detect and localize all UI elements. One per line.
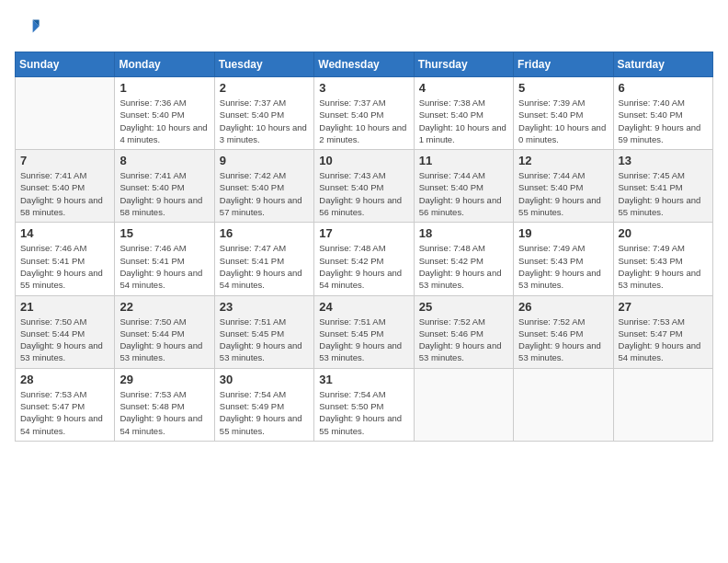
day-info: Sunrise: 7:53 AMSunset: 5:48 PMDaylight:… — [119, 388, 209, 437]
day-number: 17 — [319, 226, 408, 240]
logo — [15, 15, 44, 40]
calendar-cell: 1Sunrise: 7:36 AMSunset: 5:40 PMDaylight… — [115, 77, 214, 150]
day-number: 19 — [518, 226, 608, 240]
day-of-week-header: Thursday — [414, 52, 513, 77]
calendar-cell — [16, 77, 115, 150]
day-number: 10 — [319, 154, 408, 167]
calendar-cell: 8Sunrise: 7:41 AMSunset: 5:40 PMDaylight… — [115, 150, 214, 223]
calendar-cell: 30Sunrise: 7:54 AMSunset: 5:49 PMDayligh… — [214, 368, 313, 441]
day-info: Sunrise: 7:42 AMSunset: 5:40 PMDaylight:… — [220, 169, 309, 218]
day-number: 18 — [419, 226, 508, 240]
day-info: Sunrise: 7:41 AMSunset: 5:40 PMDaylight:… — [20, 169, 109, 218]
day-of-week-header: Saturday — [613, 52, 712, 77]
calendar-cell: 31Sunrise: 7:54 AMSunset: 5:50 PMDayligh… — [314, 368, 414, 441]
day-number: 24 — [319, 300, 408, 314]
day-number: 30 — [220, 373, 309, 386]
day-number: 28 — [20, 373, 109, 386]
calendar-cell — [414, 368, 513, 441]
calendar-cell: 5Sunrise: 7:39 AMSunset: 5:40 PMDaylight… — [514, 77, 613, 150]
day-info: Sunrise: 7:43 AMSunset: 5:40 PMDaylight:… — [319, 169, 408, 218]
calendar-cell: 17Sunrise: 7:48 AMSunset: 5:42 PMDayligh… — [314, 223, 414, 295]
day-info: Sunrise: 7:40 AMSunset: 5:40 PMDaylight:… — [619, 97, 708, 145]
calendar-cell: 10Sunrise: 7:43 AMSunset: 5:40 PMDayligh… — [314, 150, 414, 223]
day-number: 9 — [220, 154, 309, 167]
day-info: Sunrise: 7:49 AMSunset: 5:43 PMDaylight:… — [619, 242, 708, 291]
calendar-cell: 2Sunrise: 7:37 AMSunset: 5:40 PMDaylight… — [214, 77, 313, 150]
calendar-table: SundayMondayTuesdayWednesdayThursdayFrid… — [15, 52, 713, 442]
calendar-cell: 16Sunrise: 7:47 AMSunset: 5:41 PMDayligh… — [214, 223, 313, 295]
calendar-cell: 28Sunrise: 7:53 AMSunset: 5:47 PMDayligh… — [16, 368, 115, 441]
day-info: Sunrise: 7:47 AMSunset: 5:41 PMDaylight:… — [220, 242, 309, 291]
calendar-cell — [514, 368, 613, 441]
day-number: 23 — [220, 300, 309, 314]
calendar-cell: 7Sunrise: 7:41 AMSunset: 5:40 PMDaylight… — [16, 150, 115, 223]
day-number: 1 — [119, 81, 209, 95]
day-info: Sunrise: 7:51 AMSunset: 5:45 PMDaylight:… — [220, 316, 309, 364]
day-of-week-header: Wednesday — [314, 52, 414, 77]
day-of-week-header: Sunday — [16, 52, 115, 77]
day-number: 29 — [119, 373, 209, 386]
calendar-cell: 20Sunrise: 7:49 AMSunset: 5:43 PMDayligh… — [613, 223, 712, 295]
day-number: 3 — [319, 81, 408, 95]
calendar-cell: 4Sunrise: 7:38 AMSunset: 5:40 PMDaylight… — [414, 77, 513, 150]
calendar-week-row: 7Sunrise: 7:41 AMSunset: 5:40 PMDaylight… — [16, 150, 713, 223]
day-info: Sunrise: 7:53 AMSunset: 5:47 PMDaylight:… — [20, 388, 109, 437]
day-number: 27 — [619, 300, 708, 314]
day-info: Sunrise: 7:50 AMSunset: 5:44 PMDaylight:… — [119, 316, 209, 364]
day-info: Sunrise: 7:36 AMSunset: 5:40 PMDaylight:… — [119, 97, 209, 145]
calendar-cell: 27Sunrise: 7:53 AMSunset: 5:47 PMDayligh… — [613, 295, 712, 368]
day-number: 26 — [518, 300, 608, 314]
day-number: 7 — [20, 154, 109, 167]
day-number: 2 — [220, 81, 309, 95]
day-info: Sunrise: 7:52 AMSunset: 5:46 PMDaylight:… — [518, 316, 608, 364]
day-number: 31 — [319, 373, 408, 386]
day-info: Sunrise: 7:54 AMSunset: 5:49 PMDaylight:… — [220, 388, 309, 437]
calendar-cell: 13Sunrise: 7:45 AMSunset: 5:41 PMDayligh… — [613, 150, 712, 223]
page-header — [15, 15, 713, 40]
day-number: 22 — [119, 300, 209, 314]
calendar-cell: 11Sunrise: 7:44 AMSunset: 5:40 PMDayligh… — [414, 150, 513, 223]
day-info: Sunrise: 7:37 AMSunset: 5:40 PMDaylight:… — [220, 97, 309, 145]
calendar-week-row: 1Sunrise: 7:36 AMSunset: 5:40 PMDaylight… — [16, 77, 713, 150]
calendar-week-row: 28Sunrise: 7:53 AMSunset: 5:47 PMDayligh… — [16, 368, 713, 441]
day-number: 6 — [619, 81, 708, 95]
day-info: Sunrise: 7:41 AMSunset: 5:40 PMDaylight:… — [119, 169, 209, 218]
day-info: Sunrise: 7:51 AMSunset: 5:45 PMDaylight:… — [319, 316, 408, 364]
day-info: Sunrise: 7:38 AMSunset: 5:40 PMDaylight:… — [419, 97, 508, 145]
calendar-cell: 29Sunrise: 7:53 AMSunset: 5:48 PMDayligh… — [115, 368, 214, 441]
day-number: 20 — [619, 226, 708, 240]
logo-icon — [15, 15, 40, 40]
day-of-week-header: Friday — [514, 52, 613, 77]
calendar-week-row: 14Sunrise: 7:46 AMSunset: 5:41 PMDayligh… — [16, 223, 713, 295]
calendar-cell: 21Sunrise: 7:50 AMSunset: 5:44 PMDayligh… — [16, 295, 115, 368]
calendar-header-row: SundayMondayTuesdayWednesdayThursdayFrid… — [16, 52, 713, 77]
day-number: 5 — [518, 81, 608, 95]
day-info: Sunrise: 7:53 AMSunset: 5:47 PMDaylight:… — [619, 316, 708, 364]
day-number: 4 — [419, 81, 508, 95]
day-number: 25 — [419, 300, 508, 314]
day-number: 8 — [119, 154, 209, 167]
calendar-week-row: 21Sunrise: 7:50 AMSunset: 5:44 PMDayligh… — [16, 295, 713, 368]
calendar-cell: 15Sunrise: 7:46 AMSunset: 5:41 PMDayligh… — [115, 223, 214, 295]
day-number: 11 — [419, 154, 508, 167]
day-number: 12 — [518, 154, 608, 167]
day-info: Sunrise: 7:45 AMSunset: 5:41 PMDaylight:… — [619, 169, 708, 218]
calendar-cell — [613, 368, 712, 441]
day-of-week-header: Tuesday — [214, 52, 313, 77]
day-info: Sunrise: 7:49 AMSunset: 5:43 PMDaylight:… — [518, 242, 608, 291]
day-info: Sunrise: 7:44 AMSunset: 5:40 PMDaylight:… — [419, 169, 508, 218]
calendar-cell: 24Sunrise: 7:51 AMSunset: 5:45 PMDayligh… — [314, 295, 414, 368]
calendar-cell: 23Sunrise: 7:51 AMSunset: 5:45 PMDayligh… — [214, 295, 313, 368]
day-info: Sunrise: 7:50 AMSunset: 5:44 PMDaylight:… — [20, 316, 109, 364]
day-number: 13 — [619, 154, 708, 167]
calendar-cell: 6Sunrise: 7:40 AMSunset: 5:40 PMDaylight… — [613, 77, 712, 150]
day-info: Sunrise: 7:46 AMSunset: 5:41 PMDaylight:… — [20, 242, 109, 291]
calendar-cell: 18Sunrise: 7:48 AMSunset: 5:42 PMDayligh… — [414, 223, 513, 295]
calendar-cell: 12Sunrise: 7:44 AMSunset: 5:40 PMDayligh… — [514, 150, 613, 223]
calendar-cell: 3Sunrise: 7:37 AMSunset: 5:40 PMDaylight… — [314, 77, 414, 150]
day-info: Sunrise: 7:37 AMSunset: 5:40 PMDaylight:… — [319, 97, 408, 145]
day-info: Sunrise: 7:54 AMSunset: 5:50 PMDaylight:… — [319, 388, 408, 437]
calendar-cell: 9Sunrise: 7:42 AMSunset: 5:40 PMDaylight… — [214, 150, 313, 223]
calendar-cell: 14Sunrise: 7:46 AMSunset: 5:41 PMDayligh… — [16, 223, 115, 295]
day-info: Sunrise: 7:44 AMSunset: 5:40 PMDaylight:… — [518, 169, 608, 218]
